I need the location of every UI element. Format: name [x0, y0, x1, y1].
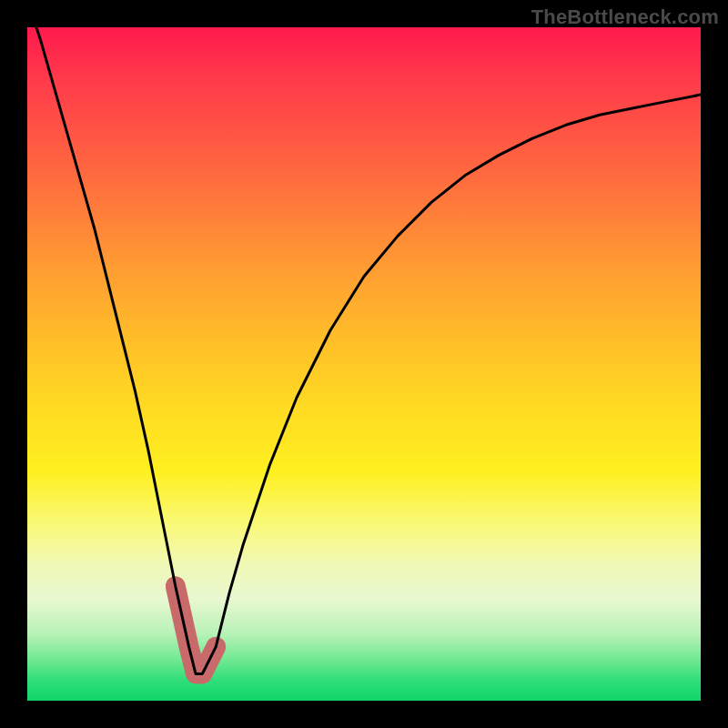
bottleneck-curve — [27, 27, 701, 701]
watermark-label: TheBottleneck.com — [531, 5, 719, 29]
chart-frame: TheBottleneck.com — [0, 0, 728, 728]
curve-line — [27, 27, 701, 673]
plot-area — [27, 27, 701, 701]
